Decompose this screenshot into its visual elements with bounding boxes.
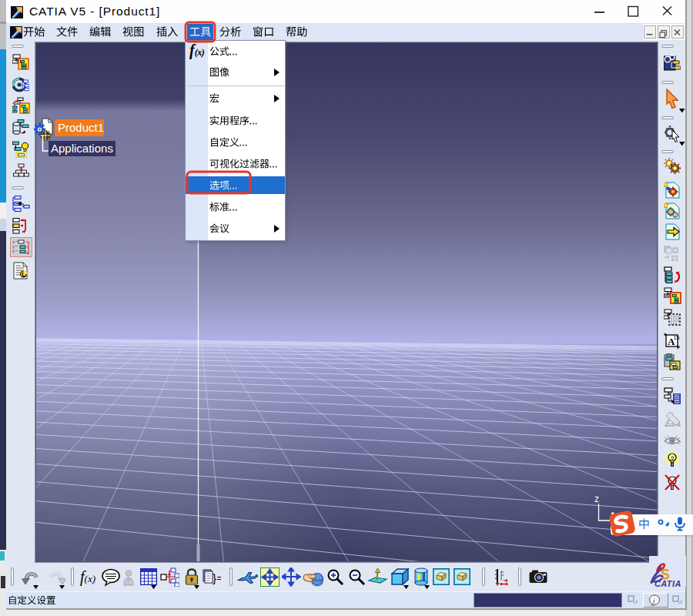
- svg-text:z: z: [12, 249, 15, 253]
- svg-text:9: 9: [671, 485, 673, 490]
- svg-text:z: z: [594, 494, 599, 504]
- svg-text:}: }: [213, 571, 216, 584]
- svg-text:=: =: [217, 573, 222, 584]
- svg-text:9: 9: [671, 455, 674, 460]
- svg-text:CATIA: CATIA: [654, 579, 681, 588]
- svg-text:15: 15: [674, 335, 680, 340]
